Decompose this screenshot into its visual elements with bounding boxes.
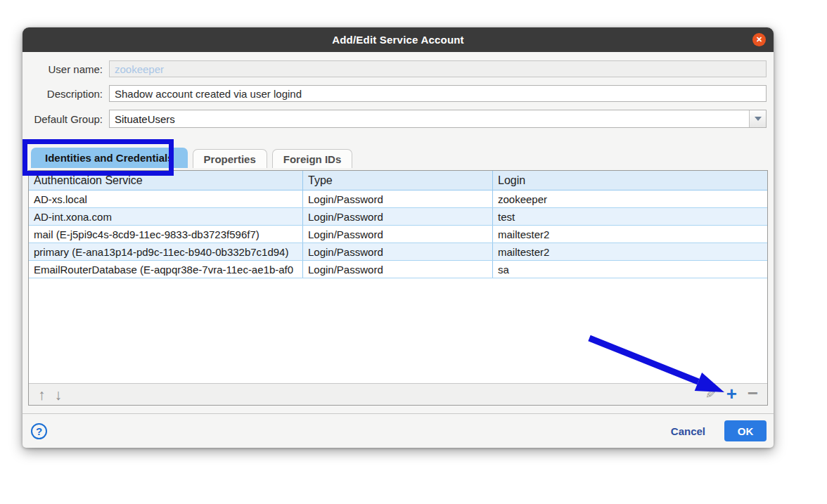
description-label: Description: xyxy=(30,88,109,100)
add-edit-service-account-dialog: Add/Edit Service Account ✕ User name: De… xyxy=(23,27,774,448)
remove-icon[interactable]: − xyxy=(748,384,758,402)
tab-label: Properties xyxy=(204,153,256,165)
cell-type: Login/Password xyxy=(303,243,493,260)
help-icon[interactable]: ? xyxy=(31,423,47,439)
user-name-label: User name: xyxy=(30,63,109,75)
tab-properties[interactable]: Properties xyxy=(193,149,267,168)
cell-type: Login/Password xyxy=(303,226,493,243)
column-header-authentication-service[interactable]: Authenticaion Service xyxy=(29,171,303,190)
description-row: Description: xyxy=(30,85,767,102)
default-group-row: Default Group: SituateUsers xyxy=(30,110,767,128)
tab-label: Foreign IDs xyxy=(283,153,342,165)
tabstrip: Identities and Credentials Properties Fo… xyxy=(31,148,352,168)
dialog-titlebar[interactable]: Add/Edit Service Account ✕ xyxy=(23,27,774,52)
tab-identities-and-credentials[interactable]: Identities and Credentials xyxy=(31,148,188,168)
table-row[interactable]: primary (E-ana13p14-pd9c-11ec-b940-0b332… xyxy=(29,243,767,261)
tab-label: Identities and Credentials xyxy=(45,152,174,164)
default-group-dropdown[interactable]: SituateUsers xyxy=(109,110,767,128)
cancel-button[interactable]: Cancel xyxy=(671,425,705,437)
column-header-login[interactable]: Login xyxy=(493,171,767,190)
cell-login: zookeeper xyxy=(493,190,767,207)
cell-type: Login/Password xyxy=(303,190,493,207)
table-row[interactable]: mail (E-j5pi9c4s-8cd9-11ec-9833-db3723f5… xyxy=(29,226,767,243)
cell-service: AD-int.xona.com xyxy=(29,208,303,225)
default-group-value: SituateUsers xyxy=(110,110,749,127)
tab-foreign-ids[interactable]: Foreign IDs xyxy=(272,149,353,168)
cell-type: Login/Password xyxy=(303,208,493,225)
edit-pencil-icon[interactable]: ✎ xyxy=(705,388,716,401)
dialog-title: Add/Edit Service Account xyxy=(332,34,464,46)
dialog-footer: ? Cancel OK xyxy=(23,414,774,448)
table-row[interactable]: EmailRouterDatabase (E-aqpqr38e-7vra-11e… xyxy=(29,261,767,278)
dropdown-button[interactable] xyxy=(749,110,766,127)
move-down-icon[interactable]: ↓ xyxy=(55,387,63,402)
table-header: Authenticaion Service Type Login xyxy=(29,171,767,190)
cell-login: mailtester2 xyxy=(493,243,767,260)
table-row[interactable]: AD-int.xona.com Login/Password test xyxy=(29,208,767,226)
cell-login: test xyxy=(493,208,767,225)
toolbar-right-group: ✎ + − xyxy=(705,387,758,403)
cell-service: EmailRouterDatabase (E-aqpqr38e-7vra-11e… xyxy=(29,261,303,278)
chevron-down-icon xyxy=(755,117,762,121)
credentials-table: Authenticaion Service Type Login AD-xs.l… xyxy=(28,170,768,406)
table-toolbar: ↑ ↓ ✎ + − xyxy=(29,383,767,405)
column-header-type[interactable]: Type xyxy=(303,171,493,190)
user-name-field[interactable] xyxy=(109,60,767,77)
cell-login: mailtester2 xyxy=(493,226,767,243)
user-name-row: User name: xyxy=(30,60,767,77)
description-field[interactable] xyxy=(109,85,767,102)
cell-service: primary (E-ana13p14-pd9c-11ec-b940-0b332… xyxy=(29,243,303,260)
cell-type: Login/Password xyxy=(303,261,493,278)
close-icon[interactable]: ✕ xyxy=(752,33,766,46)
cell-service: AD-xs.local xyxy=(29,190,303,207)
default-group-label: Default Group: xyxy=(30,113,109,125)
table-empty-area xyxy=(29,278,767,383)
cell-login: sa xyxy=(493,261,767,278)
ok-button[interactable]: OK xyxy=(724,420,767,441)
add-icon[interactable]: + xyxy=(726,385,737,403)
table-row[interactable]: AD-xs.local Login/Password zookeeper xyxy=(29,190,767,208)
cell-service: mail (E-j5pi9c4s-8cd9-11ec-9833-db3723f5… xyxy=(29,226,303,243)
move-up-icon[interactable]: ↑ xyxy=(38,387,46,402)
